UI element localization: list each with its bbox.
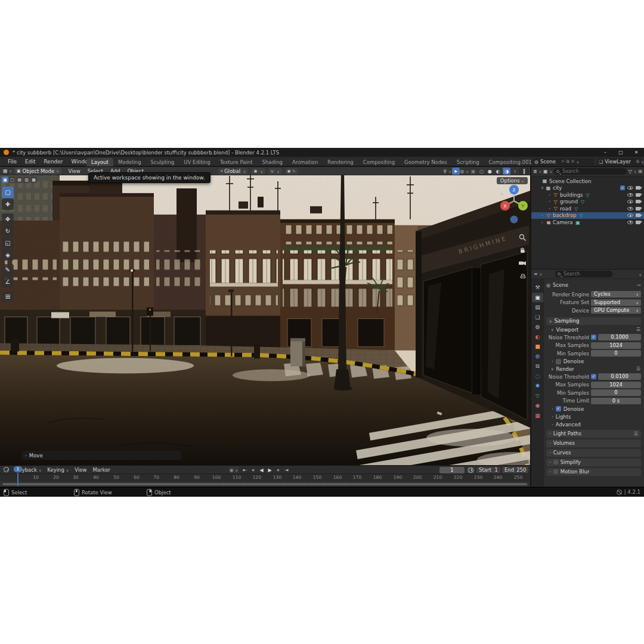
properties-tab[interactable]: ▣	[532, 293, 543, 303]
object-name[interactable]: road	[560, 206, 571, 212]
viewport-header-icon[interactable]: ▣	[469, 168, 477, 175]
viewport-header-icon[interactable]: ◐	[494, 168, 502, 175]
outliner-row[interactable]: Scene Collection	[531, 178, 644, 185]
properties-tab[interactable]: ▤	[532, 302, 543, 312]
new-layer-icon[interactable]: ⧉	[636, 159, 639, 164]
select-mode-button[interactable]: ▤	[16, 177, 23, 183]
properties-tab[interactable]: ■	[532, 342, 543, 352]
properties-tab[interactable]: ❏	[532, 312, 543, 323]
properties-tab[interactable]: ▽	[532, 391, 543, 401]
properties-tab[interactable]: ⚙	[532, 352, 543, 362]
hide-eye-icon[interactable]	[627, 200, 633, 203]
min-samples-value[interactable]: 0	[591, 389, 641, 396]
transport-button[interactable]: ◀	[258, 466, 265, 473]
collapsed-panel-header[interactable]: › Light Paths	[546, 430, 641, 438]
unlink-icon[interactable]: ✕	[571, 159, 575, 164]
hide-eye-icon[interactable]	[627, 193, 633, 197]
outliner-row[interactable]: › Camera	[531, 219, 644, 226]
object-name[interactable]: Scene Collection	[549, 178, 592, 184]
denoise-checkbox[interactable]	[556, 406, 561, 411]
workspace-tab[interactable]: Compositing.001	[484, 158, 537, 166]
workspace-tab[interactable]: Layout	[86, 158, 113, 166]
filter-funnel-icon[interactable]: ▽	[628, 169, 637, 174]
select-mode-button[interactable]: ▦	[30, 177, 37, 183]
object-name[interactable]: buildings	[560, 192, 583, 198]
display-mode-icon[interactable]: ≣	[533, 169, 541, 174]
outliner-row[interactable]: › ground	[531, 199, 644, 206]
panel-checkbox[interactable]	[553, 469, 558, 474]
transport-button[interactable]: ⇤	[241, 466, 249, 473]
noise-threshold-value[interactable]: 0.1000	[598, 334, 641, 340]
hide-eye-icon[interactable]	[627, 207, 633, 210]
select-mode-button[interactable]: ▢	[9, 177, 16, 183]
workspace-tab[interactable]: Rendering	[323, 158, 358, 166]
workspace-tab[interactable]: Compositing	[358, 158, 400, 166]
new-collection-icon[interactable]: ⊞	[638, 169, 642, 174]
transport-button[interactable]: «	[249, 466, 257, 473]
workspace-tab[interactable]: Modeling	[113, 158, 146, 166]
outliner-row[interactable]: › buildings	[531, 191, 644, 199]
expander[interactable]: ∨	[540, 185, 545, 190]
feature-set-dropdown[interactable]: Supported	[591, 299, 641, 306]
min-samples-value[interactable]: 0	[591, 350, 641, 357]
properties-tab[interactable]: ✺	[532, 381, 543, 391]
viewport-header-icon[interactable]: ●	[486, 168, 494, 175]
auto-key-record-icon[interactable]: ◉	[229, 466, 239, 473]
editor-type-clock-icon[interactable]	[4, 467, 9, 472]
properties-tab[interactable]: ◐	[532, 332, 543, 342]
timeline-menu-item[interactable]: Marker	[89, 467, 113, 473]
panel-checkbox[interactable]	[553, 460, 558, 465]
collapsed-panel-header[interactable]: › Motion Blur	[546, 468, 641, 476]
use-preview-range-icon[interactable]	[467, 467, 475, 473]
hide-eye-icon[interactable]	[627, 221, 633, 224]
properties-tab[interactable]: ⧉	[532, 361, 543, 371]
lights-subpanel[interactable]: ›Lights	[546, 413, 641, 420]
perspective-icon[interactable]	[518, 271, 527, 279]
render-subpanel-header[interactable]: ∨ Render ☰	[546, 366, 641, 373]
current-frame-badge[interactable]: 1	[14, 466, 23, 472]
viewport-header-icon[interactable]: ∨	[511, 168, 519, 175]
denoise-checkbox[interactable]	[556, 359, 561, 364]
viewport-header-icon[interactable]: ○	[478, 168, 485, 175]
pivot-point[interactable]: ◉	[251, 168, 265, 175]
hide-eye-icon[interactable]	[627, 213, 633, 217]
workspace-tab[interactable]: Sculpting	[146, 158, 179, 166]
tool-button[interactable]: ◱	[2, 237, 14, 249]
transport-button[interactable]: ▶	[266, 466, 274, 473]
editor-type-icon[interactable]: ▦	[3, 168, 12, 174]
timeline-ruler[interactable]: 1020304050607080901001101201301401501601…	[0, 474, 530, 481]
expander[interactable]: ›	[540, 213, 545, 218]
camera-view-icon[interactable]	[518, 259, 527, 267]
minimize-button[interactable]: –	[597, 148, 613, 157]
viewport-header-icon[interactable]: ‖	[519, 168, 529, 175]
scene-selector[interactable]: ◍ Scene ✑ ⧉ ✕	[532, 158, 595, 165]
properties-tab[interactable]: ◉	[532, 401, 543, 411]
object-name[interactable]: Camera	[553, 219, 572, 225]
presets-icon[interactable]: ☰	[636, 366, 640, 371]
transform-orientation[interactable]: ⌖ Global	[218, 168, 248, 175]
viewport-subpanel-header[interactable]: ∨ Viewport ☰	[546, 326, 641, 334]
exclude-checkbox[interactable]	[620, 185, 625, 190]
object-name[interactable]: backdrop	[553, 212, 577, 218]
menu-item[interactable]: Render	[40, 159, 67, 165]
workspace-tab[interactable]: Texture Paint	[215, 158, 258, 166]
workspace-tab[interactable]: UV Editing	[179, 158, 215, 166]
collapsed-panel-header[interactable]: › Volumes	[546, 439, 641, 448]
render-denoise-row[interactable]: › Denoise	[546, 405, 641, 413]
disable-render-icon[interactable]	[636, 207, 640, 210]
viewport-canvas[interactable]: BRIGHMINE	[0, 167, 530, 465]
menu-item[interactable]: Edit	[21, 159, 39, 165]
viewport-header-icon[interactable]: ◎	[460, 168, 469, 175]
frame-end-field[interactable]: End250	[502, 467, 528, 473]
mode-selector[interactable]: ▣ Object Mode	[14, 168, 61, 174]
menu-item[interactable]: File	[4, 159, 21, 165]
filter-id-icon[interactable]: ▣	[543, 169, 552, 174]
time-limit-value[interactable]: 0 s	[591, 398, 641, 404]
playhead[interactable]	[17, 473, 18, 486]
expander[interactable]: ›	[547, 199, 552, 204]
frame-start-field[interactable]: Start1	[476, 467, 500, 473]
presets-icon[interactable]: ☰	[636, 327, 640, 332]
disable-render-icon[interactable]	[636, 200, 640, 203]
sampling-panel-header[interactable]: ∨Sampling	[546, 317, 641, 325]
object-name[interactable]: city	[553, 185, 562, 191]
